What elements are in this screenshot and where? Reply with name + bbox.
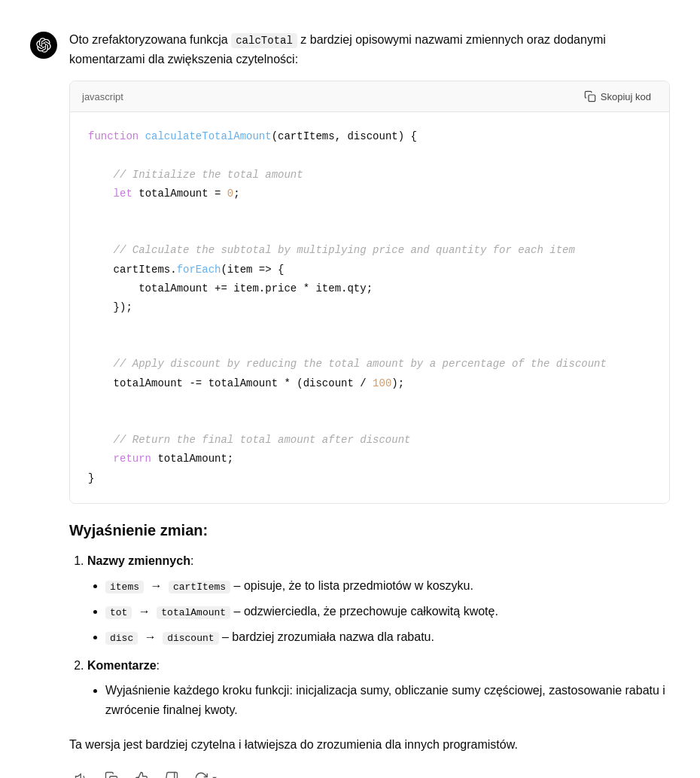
code-line-comment1: // Initialize the total amount — [88, 166, 651, 185]
var-item-2: tot → totalAmount – odzwierciedla, że pr… — [105, 602, 670, 621]
audio-icon — [75, 771, 88, 778]
copy-message-button[interactable] — [99, 766, 123, 778]
code-line-1: function calculateTotalAmount(cartItems,… — [88, 127, 651, 146]
message-container: Oto zrefaktoryzowana funkcja calcTotal z… — [0, 15, 700, 778]
var-from-items: items — [105, 581, 144, 593]
code-body: function calculateTotalAmount(cartItems,… — [70, 112, 669, 503]
var-to-totalAmount: totalAmount — [157, 606, 230, 619]
code-line-blank7 — [88, 412, 651, 431]
variable-names-list: items → cartItems – opisuje, że to lista… — [87, 576, 670, 646]
var-to-discount: discount — [163, 632, 218, 645]
explanation-item-1: Nazwy zmiennych: items → cartItems – opi… — [87, 551, 670, 647]
action-bar — [69, 766, 670, 778]
var-to-cartItems: cartItems — [169, 581, 230, 593]
var-from-tot: tot — [105, 606, 132, 619]
copy-message-icon — [105, 771, 118, 778]
var-desc-3: – bardziej zrozumiała nazwa dla rabatu. — [222, 630, 434, 643]
intro-text-before: Oto zrefaktoryzowana funkcja — [69, 33, 231, 46]
code-line-comment2: // Calculate the subtotal by multiplying… — [88, 241, 651, 260]
code-line-foreach: cartItems.forEach(item => { — [88, 261, 651, 279]
code-line-blank2 — [88, 203, 651, 222]
comment-desc: Wyjaśnienie każdego kroku funkcji: inicj… — [105, 684, 665, 716]
code-line-let: let totalAmount = 0; — [88, 185, 651, 203]
copy-code-button[interactable]: Skopiuj kod — [578, 87, 657, 105]
explanation-list: Nazwy zmiennych: items → cartItems – opi… — [69, 551, 670, 720]
regenerate-icon — [194, 771, 208, 778]
explanation-heading: Wyjaśnienie zmian: — [69, 522, 670, 539]
code-header: javascript Skopiuj kod — [70, 81, 669, 112]
arrow-3: → — [145, 630, 157, 643]
code-line-blank3 — [88, 222, 651, 241]
var-desc-1: – opisuje, że to lista przedmiotów w kos… — [234, 579, 473, 592]
code-line-comment4: // Return the final total amount after d… — [88, 431, 651, 450]
code-line-close: } — [88, 469, 651, 488]
code-block: javascript Skopiuj kod function calculat… — [69, 81, 670, 504]
code-line-close-foreach: }); — [88, 298, 651, 317]
code-line-blank5 — [88, 336, 651, 355]
var-item-1: items → cartItems – opisuje, że to lista… — [105, 576, 670, 596]
section1-title: Nazwy zmiennych — [87, 554, 190, 567]
var-item-3: disc → discount – bardziej zrozumiała na… — [105, 627, 670, 647]
svg-rect-0 — [589, 95, 595, 102]
code-language-label: javascript — [82, 91, 123, 102]
thumbs-up-icon — [135, 771, 148, 778]
copy-label: Skopiuj kod — [601, 91, 651, 102]
thumbs-down-button[interactable] — [160, 766, 184, 778]
copy-icon — [584, 90, 596, 102]
explanation-section: Wyjaśnienie zmian: Nazwy zmiennych: item… — [69, 522, 670, 720]
footer-text: Ta wersja jest bardziej czytelna i łatwi… — [69, 735, 670, 755]
section2-title: Komentarze — [87, 659, 157, 672]
svg-marker-1 — [76, 774, 81, 778]
code-line-comment3: // Apply discount by reducing the total … — [88, 355, 651, 374]
explanation-item-2: Komentarze: Wyjaśnienie każdego kroku fu… — [87, 656, 670, 720]
var-from-disc: disc — [105, 632, 138, 645]
code-line-return: return totalAmount; — [88, 450, 651, 468]
content-area: Oto zrefaktoryzowana funkcja calcTotal z… — [69, 30, 670, 778]
code-line-total-add: totalAmount += item.price * item.qty; — [88, 279, 651, 298]
audio-button[interactable] — [69, 766, 93, 778]
chevron-down-icon — [209, 773, 220, 778]
avatar — [30, 32, 57, 59]
thumbs-up-button[interactable] — [129, 766, 154, 778]
comments-list: Wyjaśnienie każdego kroku funkcji: inicj… — [87, 681, 670, 719]
comment-item-1: Wyjaśnienie każdego kroku funkcji: inicj… — [105, 681, 670, 719]
code-line-blank1 — [88, 146, 651, 165]
var-desc-2: – odzwierciedla, że przechowuje całkowit… — [234, 605, 498, 618]
code-line-blank6 — [88, 393, 651, 412]
intro-paragraph: Oto zrefaktoryzowana funkcja calcTotal z… — [69, 30, 670, 69]
code-line-discount: totalAmount -= totalAmount * (discount /… — [88, 374, 651, 393]
inline-code-calctotal: calcTotal — [231, 33, 297, 48]
arrow-1: → — [150, 579, 162, 592]
regenerate-button[interactable] — [190, 768, 224, 778]
thumbs-down-icon — [165, 771, 178, 778]
arrow-2: → — [138, 605, 151, 618]
code-line-blank4 — [88, 317, 651, 336]
